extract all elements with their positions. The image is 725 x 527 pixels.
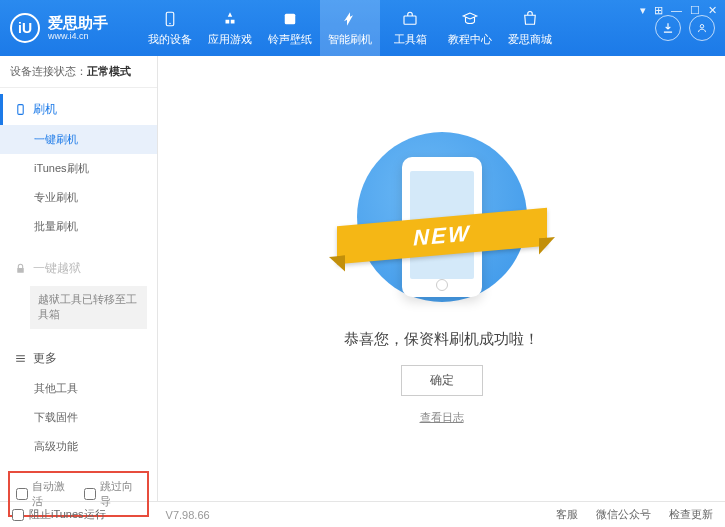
nav-label: 工具箱 [394,32,427,47]
maximize-icon[interactable]: ☐ [690,4,700,17]
nav-apps[interactable]: 应用游戏 [200,0,260,56]
connection-status: 设备连接状态：正常模式 [0,56,157,88]
version-label: V7.98.66 [166,509,210,521]
footer-wechat[interactable]: 微信公众号 [596,507,651,522]
confirm-button[interactable]: 确定 [401,365,483,396]
minimize-icon[interactable]: — [671,4,682,17]
footer-support[interactable]: 客服 [556,507,578,522]
nav-toolbox[interactable]: 工具箱 [380,0,440,56]
svg-point-1 [169,23,171,25]
sidebar-item-oneclick[interactable]: 一键刷机 [0,125,157,154]
success-message: 恭喜您，保资料刷机成功啦！ [344,330,539,349]
app-url: www.i4.cn [48,31,108,41]
nav-label: 应用游戏 [208,32,252,47]
nav-label: 爱思商城 [508,32,552,47]
nav-flash[interactable]: 智能刷机 [320,0,380,56]
download-button[interactable] [655,15,681,41]
nav-label: 我的设备 [148,32,192,47]
svg-point-4 [700,25,704,29]
logo-icon: iU [10,13,40,43]
checkbox-auto-activate[interactable]: 自动激活 [16,479,74,509]
sidebar-item-other[interactable]: 其他工具 [0,374,157,403]
sidebar-flash-header[interactable]: 刷机 [0,94,157,125]
toolbox-icon [400,9,420,29]
sidebar-item-itunes[interactable]: iTunes刷机 [0,154,157,183]
sidebar-jailbreak-header[interactable]: 一键越狱 [0,253,157,284]
phone-icon [14,103,27,116]
sidebar-item-pro[interactable]: 专业刷机 [0,183,157,212]
nav-label: 教程中心 [448,32,492,47]
nav-label: 智能刷机 [328,32,372,47]
sidebar-jailbreak-note: 越狱工具已转移至工具箱 [30,286,147,329]
close-icon[interactable]: ✕ [708,4,717,17]
view-log-link[interactable]: 查看日志 [420,410,464,425]
user-button[interactable] [689,15,715,41]
apps-icon [220,9,240,29]
checkbox-block-itunes[interactable]: 阻止iTunes运行 [12,507,106,522]
app-logo: iU 爱思助手 www.i4.cn [10,13,140,43]
nav-my-device[interactable]: 我的设备 [140,0,200,56]
menu-icon[interactable]: ▾ [640,4,646,17]
tutorial-icon [460,9,480,29]
list-icon [14,352,27,365]
sidebar-more-header[interactable]: 更多 [0,343,157,374]
nav-ringtone[interactable]: 铃声壁纸 [260,0,320,56]
footer-update[interactable]: 检查更新 [669,507,713,522]
sidebar-item-batch[interactable]: 批量刷机 [0,212,157,241]
nav-tutorial[interactable]: 教程中心 [440,0,500,56]
flash-icon [340,9,360,29]
svg-rect-3 [404,16,416,24]
checkbox-skip-setup[interactable]: 跳过向导 [84,479,142,509]
lock-icon [14,262,27,275]
sidebar-item-advanced[interactable]: 高级功能 [0,432,157,461]
app-name: 爱思助手 [48,15,108,32]
ringtone-icon [280,9,300,29]
success-illustration: NEW [342,132,542,312]
device-icon [160,9,180,29]
grid-icon[interactable]: ⊞ [654,4,663,17]
nav-label: 铃声壁纸 [268,32,312,47]
nav-store[interactable]: 爱思商城 [500,0,560,56]
sidebar-item-download[interactable]: 下载固件 [0,403,157,432]
svg-rect-2 [285,14,296,25]
svg-rect-6 [17,268,24,273]
store-icon [520,9,540,29]
svg-rect-5 [18,105,23,115]
